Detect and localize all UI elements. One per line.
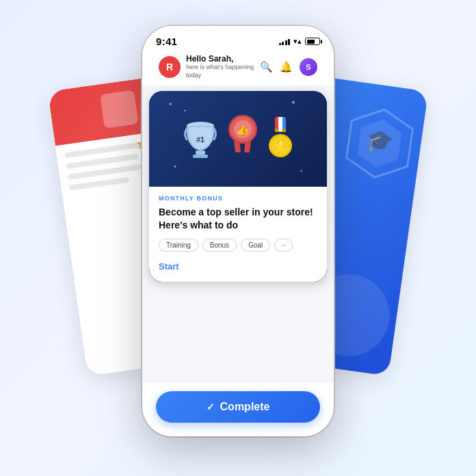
battery-icon <box>305 38 320 45</box>
trophy-svg: #1 <box>182 124 219 161</box>
svg-rect-6 <box>193 155 208 158</box>
scene-container: ★ 🎓 9:41 <box>108 26 368 450</box>
tag-bonus[interactable]: Bonus <box>202 239 237 252</box>
status-time: 9:41 <box>156 36 177 47</box>
trophy: #1 <box>182 124 219 161</box>
svg-text:🎓: 🎓 <box>365 126 395 155</box>
search-icon[interactable]: 🔍 <box>260 61 273 73</box>
phone-top: 9:41 ▾▴ R <box>142 26 334 85</box>
svg-rect-5 <box>196 150 205 155</box>
phone-content: ✦ ✦ ✦ ✦ ✦ #1 <box>142 85 334 383</box>
hex-decoration: 🎓 <box>340 101 419 188</box>
star-deco-4: ✦ <box>291 99 296 106</box>
card-title: Become a top seller in your store! Here'… <box>159 206 317 232</box>
card-body: MONTHLY BONUS Become a top seller in you… <box>149 187 327 282</box>
avatar[interactable]: S <box>300 58 317 76</box>
trophy-container: #1 <box>182 110 294 168</box>
rosette-badge: 👍 <box>226 110 260 155</box>
phone-bottom: ✓ Complete <box>142 383 334 436</box>
status-icons: ▾▴ <box>279 37 321 46</box>
svg-text:⭐: ⭐ <box>274 140 287 153</box>
card-banner: ✦ ✦ ✦ ✦ ✦ #1 <box>149 91 327 187</box>
greeting-text: Hello Sarah, here is what's happening to… <box>186 54 260 80</box>
main-card[interactable]: ✦ ✦ ✦ ✦ ✦ #1 <box>149 91 327 282</box>
bell-icon[interactable]: 🔔 <box>280 61 293 73</box>
check-icon: ✓ <box>207 401 215 412</box>
star-deco-1: ✦ <box>168 101 173 107</box>
battery-fill <box>307 40 315 44</box>
star-deco-2: ✦ <box>183 108 187 113</box>
header-actions: 🔍 🔔 S <box>260 58 317 76</box>
svg-text:👍: 👍 <box>236 123 250 136</box>
greeting-sub: here is what's happening today <box>186 64 260 79</box>
tag-training[interactable]: Training <box>159 239 198 252</box>
phone: 9:41 ▾▴ R <box>142 26 334 436</box>
greeting-hello: Hello Sarah, <box>186 54 260 64</box>
start-link[interactable]: Start <box>159 261 179 272</box>
signal-bar-2 <box>282 42 284 45</box>
complete-button[interactable]: ✓ Complete <box>156 391 320 423</box>
svg-text:#1: #1 <box>196 135 204 144</box>
signal-bar-4 <box>288 39 290 45</box>
tag-goal[interactable]: Goal <box>241 239 270 252</box>
tags-row: Training Bonus Goal ··· <box>159 239 317 252</box>
medal: ⭐ <box>267 117 294 158</box>
card-label: MONTHLY BONUS <box>159 195 317 202</box>
signal-bar-1 <box>279 43 281 45</box>
signal-bars-icon <box>279 38 291 45</box>
header-row: R Hello Sarah, here is what's happening … <box>156 54 320 80</box>
signal-bar-3 <box>285 40 287 45</box>
star-deco-3: ✦ <box>173 164 177 170</box>
wifi-icon: ▾▴ <box>293 37 302 46</box>
tag-more[interactable]: ··· <box>274 239 292 252</box>
header-greeting-section: R Hello Sarah, here is what's happening … <box>159 54 260 80</box>
app-logo: R <box>159 56 181 78</box>
star-deco-5: ✦ <box>300 168 303 173</box>
complete-label: Complete <box>220 401 270 413</box>
status-bar: 9:41 ▾▴ <box>156 36 320 47</box>
